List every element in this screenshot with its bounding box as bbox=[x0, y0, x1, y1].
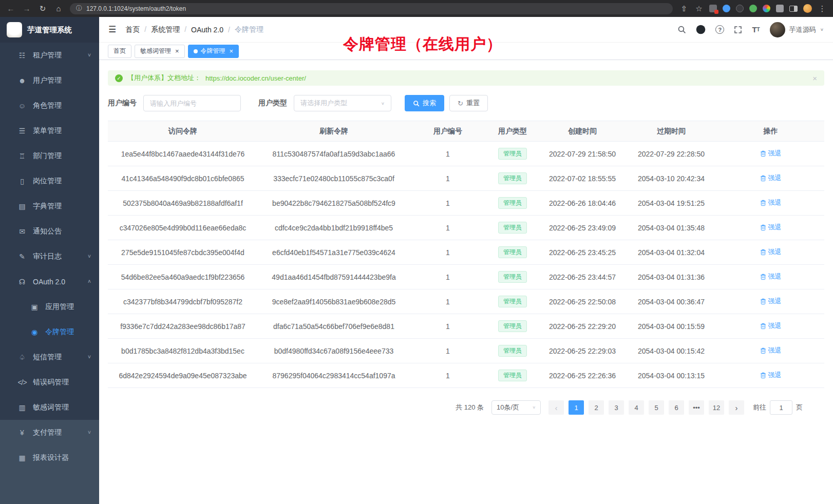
share-icon[interactable]: ⇧ bbox=[679, 4, 689, 13]
app-logo[interactable]: 芋道管理系统 bbox=[0, 17, 99, 43]
reset-button[interactable]: ↻ 重置 bbox=[449, 95, 488, 111]
user-type-select[interactable]: 请选择用户类型 ∨ bbox=[294, 95, 391, 111]
sidebar-item-report-designer[interactable]: ▦ 报表设计器 bbox=[0, 445, 99, 470]
user-id-input[interactable] bbox=[143, 95, 241, 111]
page-button[interactable]: 1 bbox=[569, 400, 584, 415]
page-button[interactable]: ••• bbox=[689, 400, 704, 415]
sidebar-item-role[interactable]: ☺ 角色管理 bbox=[0, 93, 99, 118]
trash-icon bbox=[760, 323, 766, 329]
breadcrumb-item[interactable]: 令牌管理 bbox=[235, 25, 263, 34]
refresh-token-cell: b0df4980ffd34c67a08f9156e4eee733 bbox=[258, 339, 410, 363]
username: 芋道源码 bbox=[789, 25, 816, 34]
sidebar-item-dictionary[interactable]: ▤ 字典管理 bbox=[0, 193, 99, 219]
tab[interactable]: 敏感词管理 × bbox=[135, 45, 185, 58]
create-time-cell: 2022-06-25 22:26:36 bbox=[539, 363, 626, 388]
extension-pinwheel-icon[interactable] bbox=[763, 5, 770, 12]
force-logout-button[interactable]: 强退 bbox=[760, 198, 782, 207]
force-logout-button[interactable]: 强退 bbox=[760, 223, 782, 232]
refresh-token-cell: cdfc4ce9c2da4bb1bdf21b9918ff4be5 bbox=[258, 216, 410, 240]
force-logout-button[interactable]: 强退 bbox=[760, 321, 782, 331]
extensions-puzzle-icon[interactable] bbox=[776, 5, 784, 12]
table-row: 1ea5e44f8bc1467aaede43144f31de76 811c530… bbox=[108, 142, 824, 166]
sidebar-item-oauth-apps[interactable]: ▣ 应用管理 bbox=[0, 294, 99, 319]
breadcrumb-item[interactable]: OAuth 2.0 bbox=[191, 26, 235, 34]
alert-close-icon[interactable]: × bbox=[812, 74, 817, 83]
sidebar-item-notice[interactable]: ✉ 通知公告 bbox=[0, 219, 99, 244]
force-logout-button[interactable]: 强退 bbox=[760, 173, 782, 183]
page-button[interactable]: 4 bbox=[629, 400, 644, 415]
force-logout-button[interactable]: 强退 bbox=[760, 247, 782, 257]
extension-bird-icon[interactable] bbox=[723, 5, 730, 12]
sidebar-item-department[interactable]: ♖ 部门管理 bbox=[0, 143, 99, 168]
page-button[interactable]: 12 bbox=[709, 400, 724, 415]
breadcrumb-item[interactable]: 首页 bbox=[125, 25, 151, 34]
oauth-comment-icon: ☊ bbox=[17, 278, 27, 286]
sidebar-item-post[interactable]: ▯ 岗位管理 bbox=[0, 168, 99, 193]
table-row: 502375b8040a469a9b82188afdf6af1f be90422… bbox=[108, 191, 824, 216]
browser-menu-icon[interactable]: ⋮ bbox=[818, 4, 827, 13]
breadcrumb-item[interactable]: 系统管理 bbox=[151, 25, 191, 34]
user-menu[interactable]: 芋道源码 ∨ bbox=[770, 22, 824, 37]
font-size-icon[interactable]: TT bbox=[752, 25, 760, 34]
sidebar-item-tenant[interactable]: ☷ 租户管理 ∨ bbox=[0, 43, 99, 68]
sidebar-item-token-management[interactable]: ◉ 令牌管理 bbox=[0, 319, 99, 344]
page-button[interactable]: 5 bbox=[649, 400, 664, 415]
address-bar[interactable]: ⓘ 127.0.0.1:1024/system/oauth2/token bbox=[70, 3, 673, 14]
page-button[interactable]: 2 bbox=[589, 400, 604, 415]
split-view-icon[interactable] bbox=[789, 6, 798, 12]
site-info-icon[interactable]: ⓘ bbox=[76, 4, 82, 13]
refresh-icon[interactable]: ↻ bbox=[38, 4, 47, 13]
create-time-cell: 2022-07-02 18:55:55 bbox=[539, 166, 626, 191]
search-icon[interactable] bbox=[677, 25, 686, 34]
back-icon[interactable]: ← bbox=[6, 4, 15, 13]
sidebar-item-menu[interactable]: ☰ 菜单管理 bbox=[0, 118, 99, 143]
sidebar-item-audit-log[interactable]: ✎ 审计日志 ∨ bbox=[0, 244, 99, 269]
goto-page-input[interactable] bbox=[770, 400, 792, 415]
expire-time-cell: 2054-03-04 00:36:47 bbox=[626, 289, 717, 314]
help-icon[interactable]: ? bbox=[715, 25, 724, 34]
force-logout-button[interactable]: 强退 bbox=[760, 272, 782, 281]
sidebar-item-oauth[interactable]: ☊ OAuth 2.0 ∧ bbox=[0, 269, 99, 294]
create-time-cell: 2022-06-25 22:29:20 bbox=[539, 314, 626, 339]
tab-close-icon[interactable]: × bbox=[175, 48, 179, 54]
sidebar-item-sms[interactable]: ♤ 短信管理 ∨ bbox=[0, 344, 99, 370]
prev-page-button[interactable]: ‹ bbox=[548, 400, 564, 415]
forward-icon[interactable]: → bbox=[22, 4, 31, 13]
sidebar-item-sensitive-words[interactable]: ▥ 敏感词管理 bbox=[0, 395, 99, 420]
search-button[interactable]: 搜索 bbox=[405, 95, 444, 111]
breadcrumb: 首页 系统管理 OAuth 2.0 令牌管理 bbox=[125, 25, 263, 34]
doc-link[interactable]: https://doc.iocoder.cn/user-center/ bbox=[205, 74, 306, 82]
sidebar-item-error-code[interactable]: </> 错误码管理 bbox=[0, 370, 99, 395]
bookmark-star-icon[interactable]: ☆ bbox=[694, 4, 704, 13]
force-logout-button[interactable]: 强退 bbox=[760, 371, 782, 380]
tab[interactable]: 首页 bbox=[108, 45, 131, 58]
create-time-cell: 2022-06-25 23:45:25 bbox=[539, 240, 626, 265]
page-button[interactable]: 3 bbox=[609, 400, 624, 415]
extension-grid-icon[interactable] bbox=[709, 5, 717, 12]
collapse-sidebar-icon[interactable]: ☰ bbox=[108, 24, 116, 35]
page-size-select[interactable]: 10条/页 ∨ bbox=[491, 400, 541, 415]
sidebar-item-user[interactable]: ☻ 用户管理 bbox=[0, 68, 99, 93]
table-row: f9336e7c7dd242a283ee98dc86b17a87 dfa6c71… bbox=[108, 314, 824, 339]
trash-icon bbox=[760, 274, 766, 280]
refresh-icon: ↻ bbox=[458, 100, 463, 107]
force-logout-button[interactable]: 强退 bbox=[760, 346, 782, 355]
force-logout-button[interactable]: 强退 bbox=[760, 149, 782, 158]
tab-close-icon[interactable]: × bbox=[230, 48, 234, 54]
refresh-token-cell: 333ecfc71e02480cb11055c875c3ca0f bbox=[258, 166, 410, 191]
page-button[interactable]: 6 bbox=[669, 400, 684, 415]
browser-profile-avatar[interactable] bbox=[803, 4, 812, 13]
column-header: 过期时间 bbox=[626, 121, 717, 142]
chevron-down-icon: ∨ bbox=[381, 101, 385, 106]
github-icon[interactable] bbox=[696, 25, 706, 34]
table-row: c342377bf8b344799dcbf7bf095287f2 9ce8ef2… bbox=[108, 289, 824, 314]
force-logout-button[interactable]: 强退 bbox=[760, 297, 782, 306]
fullscreen-icon[interactable] bbox=[734, 26, 742, 34]
home-icon[interactable]: ⌂ bbox=[54, 4, 63, 13]
extension-dark-icon[interactable] bbox=[736, 5, 744, 12]
next-page-button[interactable]: › bbox=[729, 400, 744, 415]
tab-active-dot bbox=[194, 49, 198, 53]
extension-green-icon[interactable] bbox=[749, 5, 757, 12]
sidebar-item-payment[interactable]: ¥ 支付管理 ∨ bbox=[0, 420, 99, 445]
tab[interactable]: 令牌管理 × bbox=[188, 45, 239, 58]
